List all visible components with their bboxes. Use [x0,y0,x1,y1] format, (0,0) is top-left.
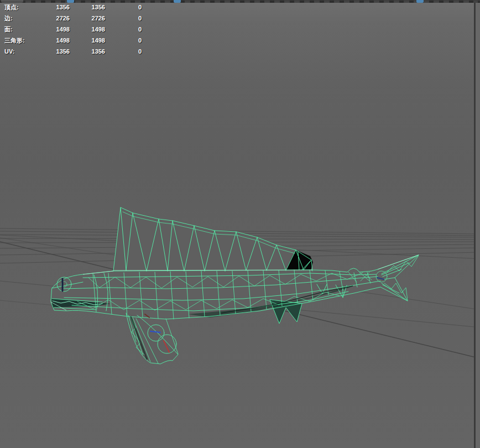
uvs-selected: 0 [105,46,142,57]
faces-total: 1498 [50,24,70,35]
vertices-shown: 1356 [70,2,105,13]
edges-label: 边: [4,13,50,24]
faces-label: 面: [4,24,50,35]
hud-row-triangles: 三角形: 1498 1498 0 [4,35,142,46]
uvs-label: UV: [4,46,50,57]
scene-canvas[interactable] [0,0,480,448]
faces-selected: 0 [105,24,142,35]
triangles-selected: 0 [105,35,142,46]
viewport[interactable]: 顶点: 1356 1356 0 边: 2726 2726 0 面: 1498 1… [0,0,480,448]
hud-row-vertices: 顶点: 1356 1356 0 [4,2,142,13]
faces-shown: 1498 [70,24,105,35]
right-edge-strip [476,3,480,448]
vertices-total: 1356 [50,2,70,13]
uvs-shown: 1356 [70,46,105,57]
hud-row-faces: 面: 1498 1498 0 [4,24,142,35]
vertices-selected: 0 [105,2,142,13]
triangles-shown: 1498 [70,35,105,46]
vertices-label: 顶点: [4,2,50,13]
triangles-total: 1498 [50,35,70,46]
edges-shown: 2726 [70,13,105,24]
triangles-label: 三角形: [4,35,50,46]
uvs-total: 1356 [50,46,70,57]
hud-row-uvs: UV: 1356 1356 0 [4,46,142,57]
edges-total: 2726 [50,13,70,24]
hud-row-edges: 边: 2726 2726 0 [4,13,142,24]
edges-selected: 0 [105,13,142,24]
viewport-right-border [474,3,476,448]
poly-count-hud: 顶点: 1356 1356 0 边: 2726 2726 0 面: 1498 1… [4,2,142,57]
